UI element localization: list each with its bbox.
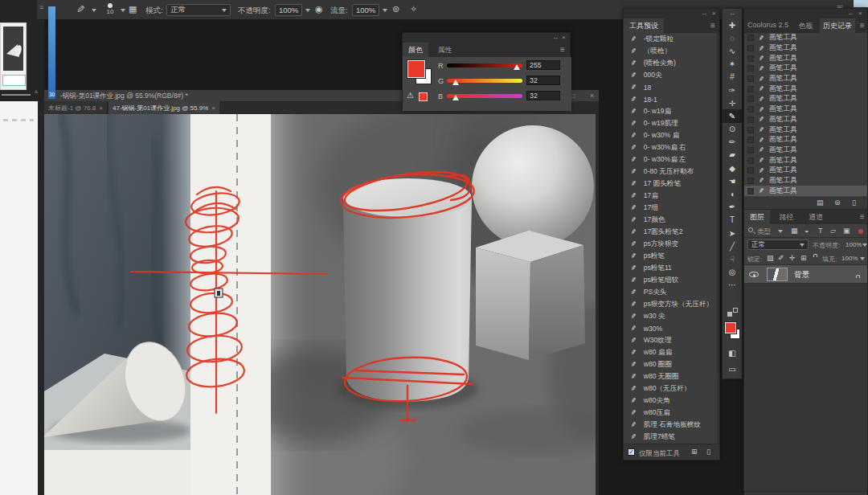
new-preset-icon[interactable]: ⊞ xyxy=(691,448,698,456)
history-source-well[interactable] xyxy=(747,188,754,194)
canvas-area[interactable] xyxy=(44,114,596,495)
collapse-icon[interactable]: ↔ xyxy=(847,9,854,18)
fill-value[interactable]: 100% xyxy=(841,255,858,262)
screen-mode-button[interactable]: ▭ xyxy=(723,362,742,375)
preset-item[interactable]: ✎ 17圆头粉笔2 xyxy=(624,226,717,238)
preset-item[interactable]: ✎ (喷枪尖角) xyxy=(624,57,717,69)
tool-button[interactable]: ➤ xyxy=(723,227,742,239)
history-entry[interactable]: ✎ 画笔工具 xyxy=(744,176,867,186)
layer-visibility-eye-icon[interactable] xyxy=(749,272,759,277)
preset-item[interactable]: ✎ w30 尖 xyxy=(624,310,717,322)
preset-item[interactable]: ✎ 000尖 xyxy=(624,69,717,81)
history-source-well[interactable] xyxy=(747,65,754,72)
close-icon[interactable]: × xyxy=(858,9,862,18)
close-icon[interactable]: × xyxy=(562,33,566,43)
quick-mask-button[interactable]: ◧ xyxy=(723,346,742,359)
tab-paths[interactable]: 路径 xyxy=(773,210,799,226)
filter-smart-icon[interactable]: ▣ xyxy=(843,227,850,235)
mini-slider-thumb[interactable]: ▲ xyxy=(33,88,39,95)
preset-item[interactable]: ✎ 17颜色 xyxy=(624,214,717,226)
history-source-well[interactable] xyxy=(747,178,754,184)
history-entry[interactable]: ✎ 画笔工具 xyxy=(744,53,867,63)
tool-button[interactable]: ☚ xyxy=(723,174,742,187)
filter-type-label[interactable]: 类型 xyxy=(757,227,771,237)
panel-menu-icon[interactable]: ≡ xyxy=(860,212,865,221)
preset-item[interactable]: ✎ 0-80 无压杆勒布 xyxy=(624,166,717,178)
tool-button[interactable]: # xyxy=(723,71,742,84)
b-slider-thumb[interactable] xyxy=(452,95,459,100)
history-source-well[interactable] xyxy=(747,158,754,164)
tool-button[interactable]: ◎ xyxy=(723,266,742,279)
preset-item[interactable]: ✎ w80 扁扁 xyxy=(624,346,717,358)
panel-menu-icon[interactable]: ≡ xyxy=(39,3,43,11)
mini-slider-track[interactable] xyxy=(2,94,31,96)
tab-coolorus[interactable]: Coolorus 2.5 xyxy=(744,18,792,32)
history-source-well[interactable] xyxy=(747,137,754,143)
opacity-caret-icon[interactable] xyxy=(305,9,310,12)
tool-button[interactable]: ✛ xyxy=(723,96,742,109)
history-source-well[interactable] xyxy=(747,106,754,112)
tab-close-icon[interactable]: × xyxy=(99,104,103,112)
tab-homework-active[interactable]: 47-锅锅-第01课作业.jpg @ 55.9%(RGB/8#) * × xyxy=(108,101,219,114)
pressure-opacity-icon[interactable]: ◉ xyxy=(315,4,323,14)
history-entry[interactable]: ✎ 画笔工具 xyxy=(744,104,867,115)
flow-caret-icon[interactable] xyxy=(383,9,387,12)
tool-button[interactable]: ◌ xyxy=(723,31,742,44)
history-entry[interactable]: ✎ 画笔工具 xyxy=(744,94,867,104)
filter-toggle-dot[interactable] xyxy=(858,229,863,234)
filter-pixel-icon[interactable]: ▦ xyxy=(791,227,798,235)
foreground-color-well[interactable] xyxy=(725,322,736,333)
tool-button[interactable]: ☟ xyxy=(723,252,742,265)
tool-button[interactable]: ╱ xyxy=(723,239,742,252)
tool-button[interactable]: ✒ xyxy=(723,201,742,214)
preset-item[interactable]: ✎ 0- w30%扁 右 xyxy=(624,141,717,153)
brush-panel-toggle-icon[interactable]: ▦ xyxy=(129,4,137,14)
collapse-icon[interactable]: ↔ xyxy=(701,9,707,18)
b-value[interactable]: 32 xyxy=(526,91,560,100)
tool-button[interactable]: ✏ xyxy=(723,136,742,149)
gamut-color-swatch[interactable] xyxy=(419,92,428,101)
history-source-well[interactable] xyxy=(747,86,754,92)
tab-tool-presets[interactable]: 工具预设 xyxy=(624,18,664,35)
tab-channels[interactable]: 通道 xyxy=(803,210,829,226)
history-source-well[interactable] xyxy=(747,117,754,123)
r-slider-thumb[interactable] xyxy=(514,64,520,70)
g-value[interactable]: 32 xyxy=(526,76,560,85)
tool-button[interactable]: T xyxy=(723,214,742,227)
preset-item[interactable]: ✎ w80 圈圈 xyxy=(624,358,717,370)
new-snapshot-icon[interactable]: ⊚ xyxy=(834,198,841,207)
smoothing-icon[interactable]: ✧ xyxy=(410,4,417,14)
r-value[interactable]: 255 xyxy=(526,60,560,70)
layer-blend-mode-select[interactable]: 正常 xyxy=(747,239,809,250)
preset-item[interactable]: ✎ ps方块狠变 xyxy=(624,238,717,250)
close-icon[interactable]: × xyxy=(712,9,716,18)
history-source-well[interactable] xyxy=(747,35,754,41)
history-entry[interactable]: ✎ 画笔工具 xyxy=(744,43,867,54)
brush-preset-picker[interactable]: 10 xyxy=(101,2,119,18)
history-entry[interactable]: ✎ 画笔工具 xyxy=(744,84,867,94)
teal-selection-box[interactable] xyxy=(2,75,26,86)
preset-item[interactable]: ✎ w80尖角 xyxy=(624,395,717,407)
history-entry[interactable]: ✎ 画笔工具 xyxy=(744,155,867,166)
blue-ruler-strip[interactable]: 30 xyxy=(48,6,55,99)
history-source-well[interactable] xyxy=(747,147,754,153)
tool-button[interactable]: ✑ xyxy=(723,84,742,96)
preset-item[interactable]: ✎ ps粉笔细软 xyxy=(624,274,717,286)
brush-tool-option-icon[interactable]: ✎ xyxy=(76,3,85,15)
delete-preset-icon[interactable]: ▯ xyxy=(706,448,710,456)
tab-untitled-1[interactable]: 未标题-1 @ 76.8%(RGB/8) * × xyxy=(44,101,108,114)
reference-thumbnail[interactable] xyxy=(3,27,23,71)
history-source-well[interactable] xyxy=(747,76,754,82)
history-entry[interactable]: ✎ 画笔工具 xyxy=(744,186,867,196)
layer-opacity-value[interactable]: 100% xyxy=(845,241,862,248)
preset-item[interactable]: ✎ 17扁 xyxy=(624,190,717,202)
opacity-input[interactable]: 100% xyxy=(275,4,302,16)
brush-tool-caret-icon[interactable] xyxy=(92,9,96,12)
filter-caret-icon[interactable] xyxy=(778,230,783,233)
tab-close-icon[interactable]: × xyxy=(211,104,215,112)
preset-item[interactable]: ✎ PS尖头 xyxy=(624,286,717,298)
brush-preset-caret-icon[interactable] xyxy=(121,9,125,12)
tool-button[interactable]: ◖ xyxy=(723,187,742,200)
lock-position-icon[interactable]: ✛ xyxy=(789,254,796,262)
new-doc-from-state-icon[interactable]: ▤ xyxy=(817,198,824,207)
